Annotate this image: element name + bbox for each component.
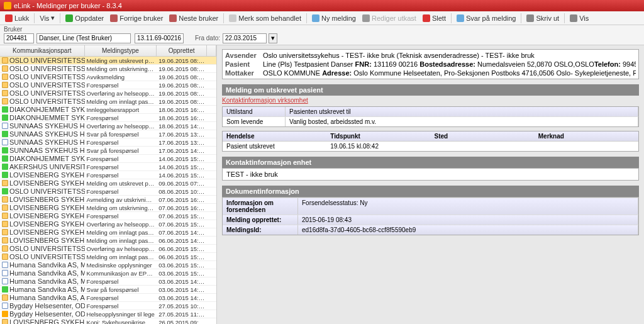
delete-button[interactable]: Slett (420, 14, 448, 23)
prev-user-button[interactable]: Forrige bruker (108, 14, 165, 23)
row-partner: LOVISENBERG SYKEHUS (9, 171, 85, 179)
table-row[interactable]: LOVISENBERG SYKEHUSOverføring av helseop… (0, 220, 216, 228)
row-type: Melding om innlagt pasient (85, 237, 157, 244)
row-date: 26.05.2015 09:47:11 (157, 319, 207, 325)
print-button[interactable]: Skriv ut (524, 14, 562, 23)
row-date: 19.06.2015 08:31:29 (157, 90, 207, 97)
view-button[interactable]: Vis ▾ (37, 13, 57, 23)
row-date: 14.06.2015 15:51:16 (157, 164, 207, 170)
row-partner: LOVISENBERG SYKEHUS (9, 220, 85, 228)
table-row[interactable]: OSLO UNIVERSITETSSYKEHUS HFMelding om in… (0, 98, 216, 106)
row-type: Svar på forespørsel (85, 147, 157, 154)
table-row[interactable]: SUNNAAS SYKEHUS HFSvar på forespørsel17.… (0, 147, 216, 155)
table-row[interactable]: LOVISENBERG SYKEHUSForespørsel07.06.2015… (0, 212, 216, 220)
table-row[interactable]: Humana Sandvika AS, MORTEN OP…Kommunikas… (0, 269, 216, 277)
row-type: Overføring av helseopplysning ved søk… (85, 123, 157, 130)
table-row[interactable]: OSLO UNIVERSITETSSYKEHUS HF…Melding om u… (0, 57, 216, 65)
row-type-icon (2, 270, 8, 276)
grid-header: Kommunikasjonspart Meldingstype Opprette… (0, 45, 216, 57)
table-row[interactable]: SUNNAAS SYKEHUS HFForespørsel17.06.2015 … (0, 138, 216, 147)
row-date: 14.06.2015 15:50:49 (157, 172, 207, 179)
row-type: Forespørsel (85, 164, 157, 170)
col-flag[interactable] (207, 45, 216, 56)
next-icon (169, 14, 177, 22)
row-type: Forespørsel (85, 82, 157, 89)
table-row[interactable]: Humana Sandvika AS, MORTEN OP…Medisinske… (0, 261, 216, 269)
new-icon (312, 14, 319, 22)
row-partner: LOVISENBERG SYKEHUS (9, 179, 85, 187)
row-type: Melding om utskrevet pasient (85, 57, 157, 64)
table-row[interactable]: AKERSHUS UNIVERSITETSSYKEHUSForespørsel1… (0, 163, 216, 171)
table-row[interactable]: SUNNAAS SYKEHUS HFOverføring av helseopp… (0, 122, 216, 130)
table-row[interactable]: DIAKONHJEMMET SYKEHUSForespørsel18.06.20… (0, 114, 216, 122)
uttilstand-table: UttilstandPasienten utskrevet til Som le… (222, 106, 639, 127)
new-message-button[interactable]: Ny melding (309, 14, 358, 23)
row-type: Medisinske opplysninger (85, 262, 157, 269)
table-row[interactable]: LOVISENBERG SYKEHUSMelding om innlagt pa… (0, 228, 216, 237)
row-type: Forespørsel (85, 115, 157, 121)
date-dropdown-button[interactable]: ▾ (269, 33, 277, 43)
table-row[interactable]: OSLO UNIVERSITETSSYKEHUS HFMelding om ut… (0, 65, 216, 73)
table-row[interactable]: LOVISENBERG SYKEHUSKopi: Sykehusepikrise… (0, 318, 216, 324)
col-kommunikasjonspart[interactable]: Kommunikasjonspart (0, 45, 85, 56)
row-type-icon (2, 229, 8, 235)
col-opprettet[interactable]: Opprettet (157, 45, 207, 56)
table-row[interactable]: Humana Sandvika AS, ANETTE BAK…Forespørs… (0, 294, 216, 302)
delete-icon (423, 14, 430, 22)
table-row[interactable]: OSLO UNIVERSITETSSYKEHUS HFForespørsel19… (0, 81, 216, 89)
table-row[interactable]: Humana Sandvika AS, MORTEN…Svar på fores… (0, 286, 216, 294)
table-row[interactable]: LOVISENBERG SYKEHUSMelding om utskrevet … (0, 179, 216, 187)
table-row[interactable]: OSLO UNIVERSITETSSYKEHUS HFOverføring av… (0, 89, 216, 98)
table-row[interactable]: LOVISENBERG SYKEHUSMelding om utskrivnin… (0, 204, 216, 212)
row-type: Forespørsel (85, 278, 157, 285)
col-meldingstype[interactable]: Meldingstype (85, 45, 157, 56)
app-icon (4, 2, 11, 9)
row-type-icon (2, 188, 8, 194)
row-partner: Humana Sandvika AS, ANETTE BAK… (9, 294, 85, 301)
show-button[interactable]: Vis (567, 14, 591, 23)
row-type: Helseopplysninger til lege (85, 311, 157, 318)
row-type: Melding om innlagt pasient (85, 254, 157, 260)
row-type-icon (2, 98, 8, 104)
window-title: eLink - Meldinger per bruker - 8.3.4 (14, 2, 122, 9)
table-row[interactable]: SUNNAAS SYKEHUS HFSvar på forespørsel17.… (0, 130, 216, 138)
table-row[interactable]: DIAKONHJEMMET SYKEHUSInnleggelsesrapport… (0, 106, 216, 114)
table-row[interactable]: Bygdøy Helsesenter, ODD STO…Helseopplysn… (0, 310, 216, 318)
refresh-icon (65, 14, 73, 22)
table-row[interactable]: Humana Sandvika AS, MORTEN OP…Forespørse… (0, 277, 216, 286)
row-type-icon (2, 155, 8, 162)
row-date: 17.06.2015 14:31:51 (157, 147, 207, 154)
bruker-name-input[interactable] (36, 33, 131, 43)
row-type: Forespørsel (85, 172, 157, 179)
kontakt-link[interactable]: Kontaktinformasjon virksomhet (222, 96, 308, 106)
refresh-button[interactable]: Oppdater (63, 14, 106, 23)
table-row[interactable]: OSLO UNIVERSITETSSYKEHUS HFOverføring av… (0, 245, 216, 253)
message-list[interactable]: Kommunikasjonspart Meldingstype Opprette… (0, 45, 217, 324)
table-row[interactable]: LOVISENBERG SYKEHUSMelding om innlagt pa… (0, 237, 216, 245)
table-row[interactable]: LOVISENBERG SYKEHUSAvmelding av utskrivn… (0, 196, 216, 204)
bruker-id-input[interactable] (4, 33, 34, 43)
next-user-button[interactable]: Neste bruker (167, 14, 221, 23)
close-button[interactable]: Lukk (3, 14, 31, 23)
table-row[interactable]: Bygdøy Helsesenter, ODD STORST…Forespørs… (0, 302, 216, 310)
table-row[interactable]: LOVISENBERG SYKEHUSForespørsel14.06.2015… (0, 171, 216, 179)
row-type-icon (2, 303, 8, 309)
table-row[interactable]: OSLO UNIVERSITETSSYKEHUS HFAvviksmelding… (0, 73, 216, 81)
row-date: 06.06.2015 15:01:55 (157, 245, 207, 252)
row-date: 18.06.2015 16:38:45 (157, 115, 207, 121)
fra-dato-input[interactable] (223, 33, 267, 43)
reply-button[interactable]: Svar på melding (454, 14, 519, 23)
dokinfo-table: Informasjon om forsendelsenForsendelsess… (222, 197, 639, 235)
mark-handled-button[interactable]: Merk som behandlet (226, 14, 304, 23)
row-type-icon (2, 74, 8, 80)
ident-input[interactable] (135, 33, 184, 43)
row-type: Melding om utskrivningsklar pasient (85, 204, 157, 211)
row-type-icon (2, 319, 8, 324)
section-dokinfo: Dokumentinformasjon (222, 186, 639, 197)
table-row[interactable]: OSLO UNIVERSITETSSYKEHUS HFMelding om in… (0, 253, 216, 261)
table-row[interactable]: DIAKONHJEMMET SYKEHUSForespørsel14.06.20… (0, 155, 216, 163)
table-row[interactable]: OSLO UNIVERSITETSSYKEHUS HFForespørsel08… (0, 187, 216, 196)
row-date: 03.06.2015 15:17:36 (157, 270, 207, 277)
chevron-down-icon: ▾ (51, 14, 55, 22)
row-partner: Humana Sandvika AS, MORTEN OP… (9, 261, 85, 269)
